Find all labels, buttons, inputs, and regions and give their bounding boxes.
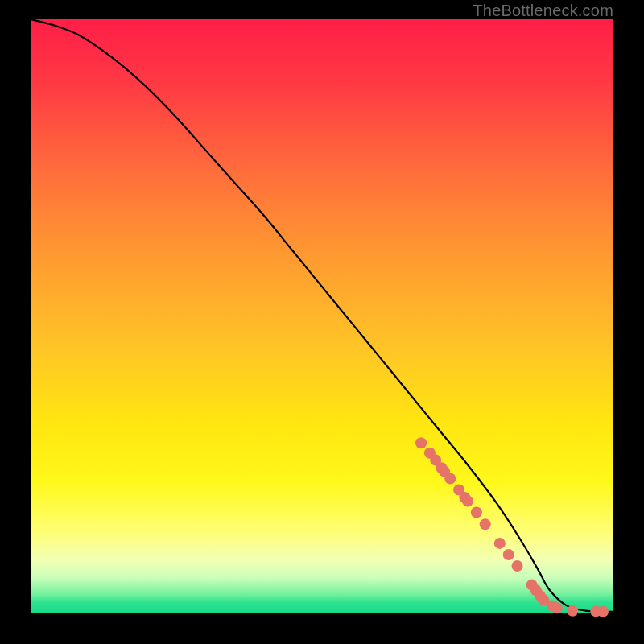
chart-frame: TheBottleneck.com bbox=[0, 0, 644, 644]
data-point bbox=[415, 437, 427, 448]
plot-area bbox=[31, 19, 613, 613]
data-point bbox=[494, 538, 506, 549]
data-point bbox=[512, 560, 523, 572]
data-point bbox=[462, 496, 473, 507]
data-point bbox=[597, 606, 609, 617]
watermark-text: TheBottleneck.com bbox=[473, 2, 613, 20]
bottleneck-curve bbox=[31, 19, 613, 612]
chart-svg bbox=[31, 19, 613, 613]
curve-path-group bbox=[31, 19, 613, 612]
data-point bbox=[471, 507, 482, 518]
data-point bbox=[444, 473, 456, 484]
data-point bbox=[503, 549, 514, 560]
data-point bbox=[480, 518, 491, 530]
data-point bbox=[567, 605, 578, 617]
data-point bbox=[551, 602, 563, 613]
